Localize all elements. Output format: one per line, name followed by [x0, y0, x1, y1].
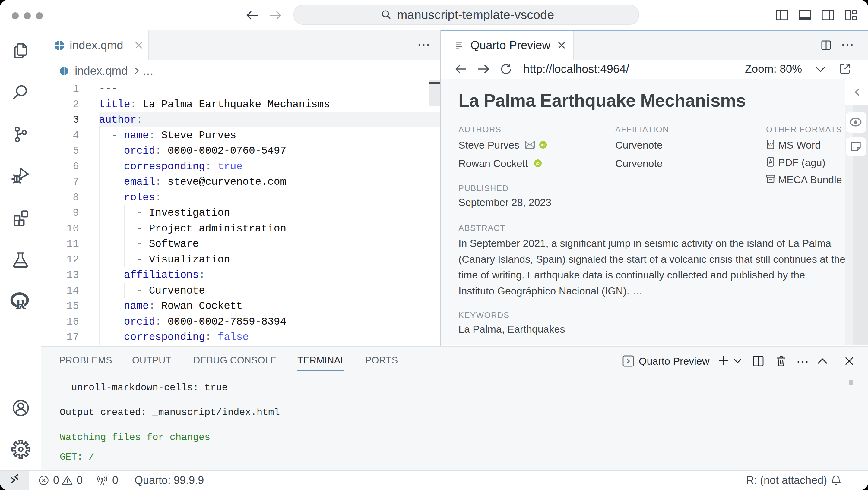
svg-text:iD: iD — [541, 143, 545, 148]
svg-text:iD: iD — [536, 161, 539, 166]
svg-text:W: W — [768, 142, 773, 148]
